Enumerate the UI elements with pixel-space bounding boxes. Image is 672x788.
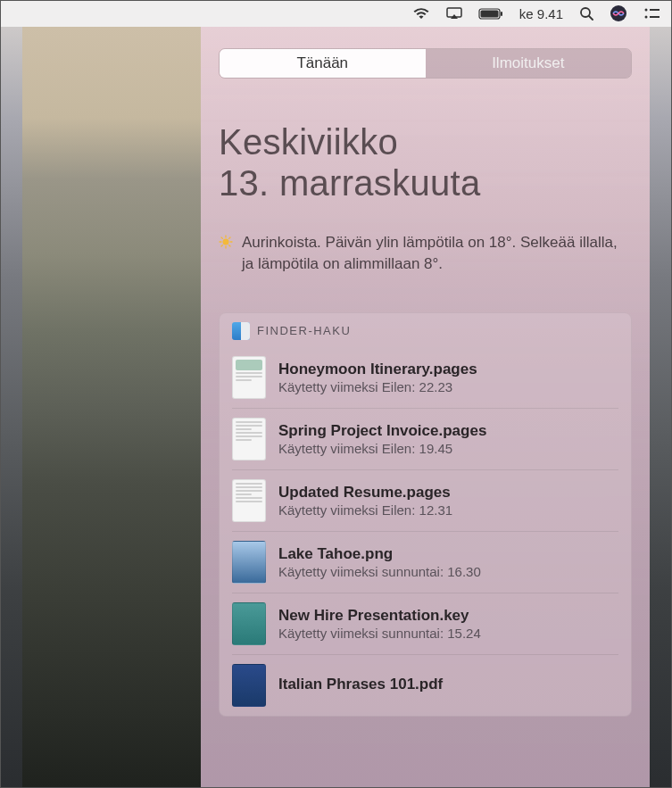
notification-center-icon[interactable] [643, 7, 660, 20]
file-row[interactable]: Updated Resume.pages Käytetty viimeksi E… [232, 470, 618, 532]
svg-point-7 [645, 9, 648, 12]
file-thumbnail [232, 418, 266, 460]
svg-line-16 [221, 237, 222, 238]
svg-rect-2 [480, 10, 498, 17]
file-meta: Käytetty viimeksi Eilen: 22.23 [278, 379, 618, 394]
file-thumbnail [232, 356, 266, 399]
file-thumbnail [232, 602, 266, 645]
file-thumbnail [232, 479, 266, 522]
menubar-clock[interactable]: ke 9.41 [519, 6, 563, 21]
notification-center-tabs: Tänään Ilmoitukset [219, 48, 632, 79]
file-name: Honeymoon Itinerary.pages [278, 361, 618, 378]
weather-text: Aurinkoista. Päivän ylin lämpötila on 18… [242, 232, 632, 275]
file-meta: Käytetty viimeksi sunnuntai: 16.30 [278, 564, 618, 579]
file-name: Lake Tahoe.png [278, 545, 618, 563]
file-meta: Käytetty viimeksi Eilen: 19.45 [278, 441, 618, 456]
airplay-icon[interactable] [446, 7, 462, 20]
weather-summary[interactable]: Aurinkoista. Päivän ylin lämpötila on 18… [219, 232, 632, 275]
date-full: 13. marraskuuta [219, 162, 632, 203]
file-row[interactable]: Lake Tahoe.png Käytetty viimeksi sunnunt… [232, 532, 618, 593]
svg-rect-10 [650, 16, 660, 18]
file-name: Spring Project Invoice.pages [278, 422, 618, 440]
widget-file-list: Honeymoon Itinerary.pages Käytetty viime… [220, 347, 631, 716]
file-thumbnail [232, 541, 266, 584]
file-name: Italian Phrases 101.pdf [278, 676, 618, 693]
notification-center-panel: Tänään Ilmoitukset Keskiviikko 13. marra… [201, 27, 650, 788]
svg-point-11 [223, 239, 229, 245]
sun-icon [219, 234, 233, 255]
file-row[interactable]: New Hire Presentation.key Käytetty viime… [232, 593, 618, 655]
widget-title: FINDER-HAKU [257, 324, 351, 337]
svg-line-18 [221, 245, 222, 246]
finder-icon [232, 322, 250, 340]
today-date-header: Keskiviikko 13. marraskuuta [219, 121, 632, 203]
widget-header: FINDER-HAKU [220, 313, 631, 347]
file-row[interactable]: Italian Phrases 101.pdf [232, 655, 618, 716]
file-thumbnail [232, 664, 266, 707]
file-meta: Käytetty viimeksi sunnuntai: 15.24 [278, 626, 618, 641]
file-row[interactable]: Spring Project Invoice.pages Käytetty vi… [232, 409, 618, 470]
tab-notifications[interactable]: Ilmoitukset [426, 49, 632, 78]
file-row[interactable]: Honeymoon Itinerary.pages Käytetty viime… [232, 347, 618, 409]
file-meta: Käytetty viimeksi Eilen: 12.31 [278, 502, 618, 518]
svg-line-17 [229, 245, 230, 246]
svg-point-9 [645, 16, 648, 19]
menubar: ke 9.41 [0, 0, 672, 27]
battery-icon[interactable] [478, 8, 503, 20]
wifi-icon[interactable] [412, 7, 430, 20]
file-name: New Hire Presentation.key [278, 607, 618, 625]
desktop-wallpaper [22, 27, 201, 788]
svg-line-5 [589, 16, 593, 20]
tab-today[interactable]: Tänään [220, 49, 426, 78]
file-name: Updated Resume.pages [278, 484, 618, 502]
svg-rect-3 [501, 12, 502, 16]
svg-rect-8 [650, 9, 660, 11]
date-weekday: Keskiviikko [219, 121, 632, 162]
spotlight-icon[interactable] [579, 6, 593, 21]
siri-icon[interactable] [610, 4, 627, 22]
finder-search-widget: FINDER-HAKU Honeymoon Itinerary.pages Kä… [219, 312, 632, 717]
svg-line-19 [229, 237, 230, 238]
